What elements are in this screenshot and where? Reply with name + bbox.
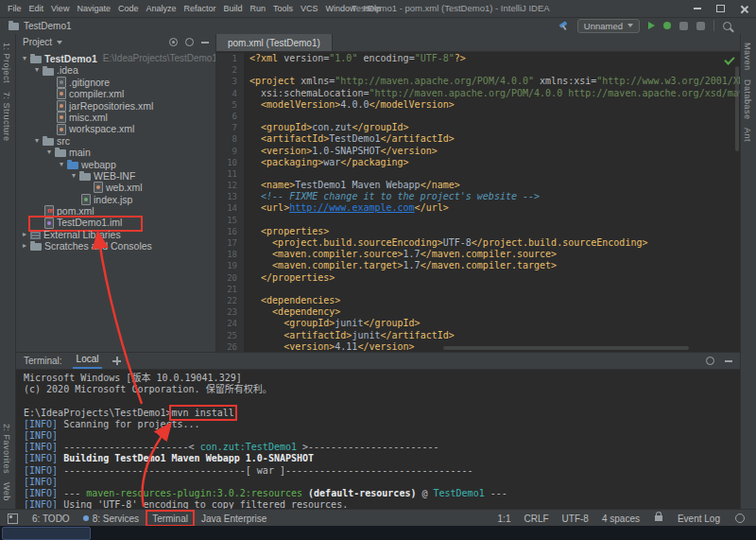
tree-row-testdemo1-iml[interactable]: TestDemo1.iml	[16, 217, 215, 228]
code-token: </name>	[421, 180, 460, 190]
menu-item-analyze[interactable]: Analyze	[142, 4, 180, 13]
profiler-icon[interactable]	[696, 22, 705, 30]
editor-tab-pom-xml[interactable]: pom.xml (TestDemo1)	[216, 34, 333, 51]
code-line: 9 <version>1.0-SNAPSHOT</version>	[216, 146, 740, 157]
tool-tab-ant[interactable]: Ant	[743, 128, 752, 142]
tree-collapsed-arrow[interactable]: ▸	[20, 229, 29, 240]
tree-row-web-inf[interactable]: ▾WEB-INF	[16, 170, 215, 182]
lock-icon[interactable]	[655, 515, 662, 521]
minimize-button[interactable]	[685, 0, 709, 17]
terminal-output[interactable]: Microsoft Windows [版本 10.0.19041.329](c)…	[16, 370, 740, 510]
status-item-8-services[interactable]: 8: Services	[77, 510, 146, 527]
tree-row-webapp[interactable]: ▾webapp	[16, 159, 215, 170]
menu-item-tools[interactable]: Tools	[269, 4, 297, 13]
menu-item-run[interactable]: Run	[247, 4, 270, 13]
status-item-terminal[interactable]: Terminal	[146, 510, 195, 527]
tool-tab-7-structure[interactable]: 7: Structure	[2, 92, 11, 142]
run-configuration-select[interactable]: Unnamed	[577, 19, 640, 33]
terminal-tab-local[interactable]: Local	[73, 353, 103, 369]
code-token	[249, 133, 261, 144]
status-item-crlf[interactable]: CRLF	[517, 510, 555, 527]
search-everywhere-icon[interactable]	[723, 22, 731, 30]
code-token	[249, 157, 261, 167]
hector-inspections-icon[interactable]	[735, 514, 745, 523]
project-view-chevron-icon[interactable]	[57, 41, 62, 44]
status-item-1-1[interactable]: 1:1	[491, 510, 518, 527]
tree-row-workspace-xml[interactable]: workspace.xml	[16, 123, 215, 134]
line-number: 14	[216, 202, 244, 214]
taskbar-item[interactable]	[2, 527, 91, 540]
line-number: 16	[216, 226, 244, 237]
terminal-text: (c) 2020 Microsoft Corporation. 保留所有权利。	[24, 384, 272, 394]
project-tree: ▾TestDemo1E:\IdeaProjects\TestDemo1▾.ide…	[16, 51, 215, 352]
code-line: 3<project xmlns="http://maven.apache.org…	[216, 76, 740, 87]
tree-row-pom-xml[interactable]: pom.xml	[16, 205, 215, 217]
menu-item-build[interactable]: Build	[219, 4, 246, 13]
tree-expanded-arrow[interactable]: ▾	[69, 170, 78, 182]
tree-row-index-jsp[interactable]: index.jsp	[16, 194, 215, 205]
tree-row-src[interactable]: ▾src	[16, 135, 215, 147]
locate-file-icon[interactable]	[169, 38, 178, 46]
tree-expanded-arrow[interactable]: ▾	[57, 159, 66, 170]
code-token: </groupId>	[352, 122, 408, 132]
tool-tab-database[interactable]: Database	[743, 79, 752, 120]
tree-row-jarrepositories-xml[interactable]: jarRepositories.xml	[16, 100, 215, 112]
menu-item-vcs[interactable]: VCS	[297, 4, 322, 13]
tree-expanded-arrow[interactable]: ▾	[44, 147, 54, 158]
tree-row-testdemo1[interactable]: ▾TestDemo1E:\IdeaProjects\TestDemo1	[16, 53, 215, 64]
tree-row-web-xml[interactable]: web.xml	[16, 182, 215, 193]
menu-item-file[interactable]: File	[4, 4, 26, 13]
window-title: TestDemo1 - pom.xml (TestDemo1) - Intell…	[352, 3, 550, 13]
code-token: <url>	[261, 202, 289, 213]
coverage-icon[interactable]	[679, 22, 688, 30]
tree-row-gitignore[interactable]: .gitignore	[16, 77, 215, 88]
tool-tab-maven[interactable]: Maven	[743, 43, 752, 71]
status-item-4-spaces[interactable]: 4 spaces	[595, 510, 646, 527]
menu-item-edit[interactable]: Edit	[26, 4, 48, 13]
status-item-utf-8[interactable]: UTF-8	[556, 510, 595, 527]
tree-collapsed-arrow[interactable]: ▸	[20, 240, 29, 252]
tool-tab-1-project[interactable]: 1: Project	[2, 43, 11, 83]
tree-row-main[interactable]: ▾main	[16, 147, 215, 158]
maximize-button[interactable]	[709, 0, 732, 17]
menu-item-view[interactable]: View	[47, 4, 73, 13]
menu-item-refactor[interactable]: Refactor	[180, 4, 219, 13]
hide-panel-icon[interactable]	[201, 42, 209, 44]
menu-item-navigate[interactable]: Navigate	[73, 4, 114, 13]
terminal-text: >-----------------------	[297, 442, 439, 452]
new-terminal-tab-icon[interactable]	[112, 357, 121, 365]
code-token	[249, 341, 284, 352]
code-token: junit	[335, 318, 363, 328]
close-button[interactable]	[732, 0, 756, 17]
tree-row-idea[interactable]: ▾.idea	[16, 64, 215, 76]
tree-row-scratches-and-consoles[interactable]: ▸Scratches and Consoles	[16, 240, 215, 252]
code-area[interactable]: 1<?xml version="1.0" encoding="UTF-8"?>2…	[216, 51, 740, 352]
tree-expanded-arrow[interactable]: ▾	[20, 53, 29, 64]
debug-button[interactable]	[663, 22, 671, 29]
gear-icon[interactable]	[185, 38, 194, 46]
tree-expanded-arrow[interactable]: ▾	[32, 135, 42, 147]
toolwindow-switcher-icon[interactable]	[8, 514, 18, 524]
tool-tab-2-favorites[interactable]: 2: Favorites	[2, 424, 11, 474]
url-link[interactable]: http://www.example.com	[289, 202, 414, 213]
run-button[interactable]	[648, 22, 655, 29]
nav-project-name[interactable]: TestDemo1	[24, 21, 72, 31]
status-item-java-enterprise[interactable]: Java Enterprise	[195, 510, 273, 527]
tree-row-misc-xml[interactable]: misc.xml	[16, 112, 215, 123]
build-hammer-icon[interactable]	[558, 21, 569, 31]
code-token: junit	[352, 330, 380, 340]
editor-horizontal-scrollbar[interactable]	[443, 346, 689, 350]
event-log-button[interactable]: Event Log	[671, 510, 727, 527]
terminal-settings-gear-icon[interactable]	[706, 357, 714, 365]
menu-item-code[interactable]: Code	[114, 4, 143, 13]
tree-row-external-libraries[interactable]: ▸External Libraries	[16, 229, 215, 240]
tree-row-compiler-xml[interactable]: compiler.xml	[16, 88, 215, 99]
terminal-minimize-icon[interactable]	[725, 360, 732, 362]
line-number: 8	[216, 133, 244, 145]
tree-expanded-arrow[interactable]: ▾	[32, 64, 42, 76]
navigation-bar[interactable]: TestDemo1	[8, 17, 72, 34]
status-item-6-todo[interactable]: 6: TODO	[26, 510, 77, 527]
project-panel-title[interactable]: Project	[23, 37, 52, 47]
tool-tab-web[interactable]: Web	[2, 482, 11, 501]
editor-vertical-scrollbar[interactable]	[735, 66, 739, 151]
